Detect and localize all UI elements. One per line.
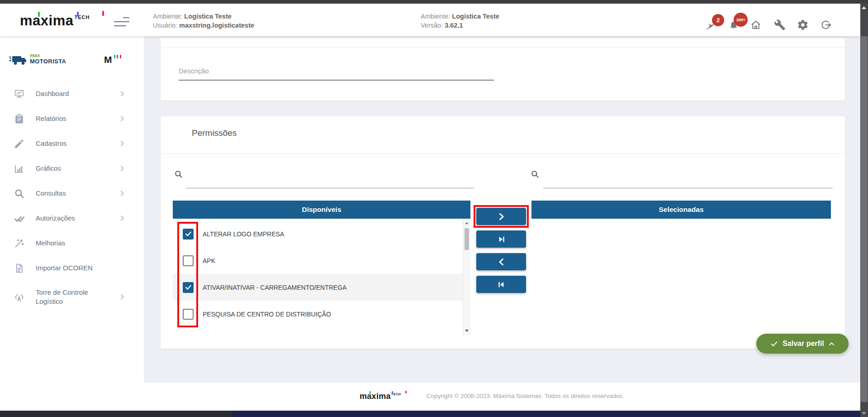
available-list: ALTERAR LOGO EMPRESA APK ATIVAR/INATIVAR…	[173, 219, 470, 335]
card-divider	[161, 47, 845, 48]
window-bottom-strip	[0, 411, 860, 417]
truck-icon	[9, 53, 28, 67]
description-input[interactable]	[179, 64, 494, 81]
sidebar-item-relatorios[interactable]: Relatórios	[0, 109, 144, 129]
messages-badge: 2	[712, 14, 724, 26]
scrollbar-thumb[interactable]	[861, 36, 868, 402]
available-checkbox-3[interactable]	[183, 309, 194, 320]
sidebar-item-dashboard[interactable]: Dashboard	[0, 84, 144, 104]
bar-chart-icon	[14, 163, 25, 174]
home-icon[interactable]	[750, 19, 762, 31]
pencil-icon	[14, 138, 25, 149]
available-search-input[interactable]	[186, 172, 474, 188]
brand-accent-pink	[102, 11, 104, 16]
available-row-0[interactable]: ALTERAR LOGO EMPRESA	[173, 220, 463, 247]
permissions-title: Permissões	[192, 128, 237, 138]
scroll-up-icon[interactable]	[862, 6, 866, 9]
move-left-button[interactable]	[476, 253, 526, 270]
max-motorista-logo: max MOTORISTA M	[9, 53, 136, 69]
brand-word: maxima	[20, 13, 73, 29]
sidebar-item-cadastros[interactable]: Cadastros	[0, 134, 144, 153]
available-list-header: Disponíveis	[173, 201, 470, 219]
chevron-up-icon	[828, 340, 835, 347]
available-row-2[interactable]: ATIVAR/INATIVAR - CARREGAMENTO/ENTREGA	[173, 274, 463, 301]
magic-wand-icon	[14, 238, 25, 249]
page-scrollbar[interactable]	[860, 4, 868, 417]
available-checkbox-2[interactable]	[183, 282, 194, 293]
document-icon	[14, 263, 25, 274]
card-divider	[161, 153, 845, 154]
double-check-icon	[14, 213, 25, 224]
move-all-left-button[interactable]	[476, 276, 526, 293]
available-list-scrollbar[interactable]	[463, 219, 470, 335]
available-checkbox-0[interactable]	[183, 229, 194, 240]
available-row-3[interactable]: PESQUISA DE CENTRO DE DISTRIBUIÇÃO	[173, 301, 463, 327]
sidebar-item-graficos[interactable]: Gráficos	[0, 158, 144, 178]
search-icon	[531, 170, 540, 179]
logo-text-motorista: MOTORISTA	[30, 58, 66, 65]
search-icon	[14, 188, 25, 199]
sidebar-item-importar-ocoren[interactable]: Importar OCOREN	[0, 258, 144, 278]
permissions-card: Permissões Disponíveis ALTERAR LOGO EMPR…	[161, 116, 845, 349]
move-right-button[interactable]	[476, 208, 526, 225]
maxima-tech-footer-logo: maximaTECH	[360, 390, 423, 403]
sidebar-item-torre-de-controle[interactable]: Torre de Controle Logístico	[0, 283, 144, 311]
gear-icon[interactable]	[797, 19, 809, 31]
window-top-strip	[0, 0, 868, 4]
save-profile-button[interactable]: Salvar perfil	[756, 334, 849, 354]
brand-accent-blue	[77, 12, 79, 17]
chevron-right-icon	[120, 140, 124, 147]
check-icon	[770, 340, 778, 348]
sidebar: max MOTORISTA M Dashboard Relatórios Cad…	[0, 36, 144, 383]
wrench-icon[interactable]	[774, 19, 786, 31]
antenna-icon	[14, 292, 25, 303]
scroll-down-icon[interactable]	[862, 412, 866, 415]
sidebar-item-consultas[interactable]: Consultas	[0, 183, 144, 203]
chevron-right-icon	[120, 165, 124, 172]
copyright-text: Copyright © 2008-2023. Máxima Sistemas. …	[427, 393, 624, 399]
scrollbar-thumb[interactable]	[465, 228, 469, 250]
maxima-tech-logo[interactable]: maximaTECH	[20, 11, 110, 31]
notifications-badge: 100+	[734, 13, 748, 27]
scroll-down-icon[interactable]	[465, 330, 469, 332]
logout-icon[interactable]	[820, 19, 832, 31]
chevron-right-icon	[120, 115, 124, 122]
sidebar-item-autorizacoes[interactable]: Autorizações	[0, 208, 144, 228]
chevron-right-icon	[120, 91, 124, 97]
available-row-1[interactable]: APK	[173, 247, 463, 274]
menu-toggle-icon[interactable]	[114, 16, 130, 27]
scroll-up-icon[interactable]	[465, 222, 469, 224]
brand-accent-green	[38, 12, 40, 17]
logo-text-max: max	[30, 53, 40, 58]
selected-list-header: Selecionadas	[531, 201, 831, 219]
m-mark-logo: M	[104, 54, 112, 65]
move-all-right-button[interactable]	[476, 230, 526, 248]
selected-search-input[interactable]	[543, 172, 833, 188]
top-bar: maximaTECH Ambiente: Logística Teste Usu…	[0, 4, 860, 36]
search-icon	[174, 170, 183, 179]
chevron-right-icon	[120, 215, 124, 221]
sidebar-item-melhorias[interactable]: Melhorias	[0, 233, 144, 253]
page-footer: maximaTECH Copyright © 2008-2023. Máxima…	[0, 383, 860, 411]
clipboard-icon	[14, 113, 25, 125]
environment-version-info: Ambiente: Logística Teste Versão: 3.62.1	[421, 12, 499, 30]
chevron-right-icon	[120, 190, 124, 197]
chevron-right-icon	[120, 294, 124, 300]
description-card	[161, 38, 845, 101]
dashboard-icon	[14, 88, 25, 100]
available-checkbox-1[interactable]	[183, 255, 194, 266]
environment-user-info: Ambiente: Logística Teste Usuário: maxst…	[153, 12, 254, 30]
app-screen: maximaTECH Ambiente: Logística Teste Usu…	[0, 0, 868, 417]
